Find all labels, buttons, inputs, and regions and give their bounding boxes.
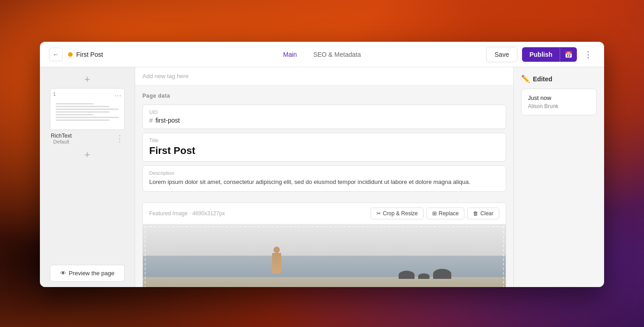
rock-2 — [418, 273, 429, 279]
uid-value: first-post — [156, 117, 180, 124]
tag-input[interactable]: Add new tag here — [142, 73, 506, 79]
beach-scene — [143, 224, 506, 287]
edit-user: Alison Brunk — [528, 103, 590, 109]
thumb-line-6 — [56, 117, 119, 118]
thumbnail-label-row: RichText Default ⋮ — [50, 133, 125, 144]
rock-1 — [399, 271, 415, 279]
thumb-line-7 — [56, 119, 109, 121]
header-right: Save Publish 📅 ⋮ — [459, 47, 595, 62]
title-field[interactable]: Title First Post — [142, 133, 506, 162]
thumb-line-1 — [56, 103, 93, 104]
post-indicator: First Post — [68, 51, 103, 58]
thumb-line-2 — [56, 106, 109, 107]
person-figure — [270, 247, 283, 278]
header: ← First Post Main SEO & Metadata Save Pu… — [40, 42, 604, 67]
featured-image-label: Featured Image · 4690x3127px — [149, 210, 225, 217]
featured-image-title: Featured Image — [149, 210, 188, 217]
save-button[interactable]: Save — [486, 47, 518, 62]
header-left: ← First Post — [49, 48, 185, 61]
left-sidebar: + 1 ⋯ — [40, 67, 135, 287]
uid-label: UID — [149, 109, 499, 115]
clear-label: Clear — [480, 210, 493, 217]
pencil-icon: ✏️ — [521, 74, 530, 83]
crop-resize-label: Crop & Resize — [383, 210, 418, 217]
thumbnail-more-icon[interactable]: ⋯ — [114, 91, 122, 100]
crop-resize-button[interactable]: ✂ Crop & Resize — [371, 208, 424, 219]
more-menu-button[interactable]: ⋮ — [581, 48, 595, 61]
add-section-top-button[interactable]: + — [83, 74, 93, 84]
uid-field[interactable]: UID # first-post — [142, 104, 506, 129]
post-name-label: First Post — [76, 51, 103, 58]
preview-page-button[interactable]: 👁 Preview the page — [50, 265, 125, 282]
publish-button[interactable]: Publish — [522, 47, 560, 62]
thumbnail-content — [50, 89, 124, 129]
main-window: ← First Post Main SEO & Metadata Save Pu… — [40, 42, 604, 287]
thumb-line-4 — [56, 111, 109, 113]
featured-image-preview — [143, 224, 506, 287]
add-section-bottom-button[interactable]: + — [83, 150, 93, 160]
thumbnail-options-button[interactable]: ⋮ — [116, 134, 124, 144]
featured-image-section: Featured Image · 4690x3127px ✂ Crop & Re… — [142, 203, 506, 287]
rock-3 — [433, 269, 451, 279]
edit-time: Just now — [528, 94, 590, 101]
right-panel: ✏️ Edited Just now Alison Brunk — [513, 67, 604, 287]
page-data-section: Page data UID # first-post Title First P… — [135, 85, 513, 203]
page-data-title: Page data — [142, 93, 506, 99]
main-content-area: Add new tag here Page data UID # first-p… — [135, 67, 513, 287]
description-field[interactable]: Description Lorem ipsum dolor sit amet, … — [142, 165, 506, 192]
status-dot — [68, 52, 73, 57]
featured-image-dimensions: · 4690x3127px — [189, 210, 225, 217]
title-label: Title — [149, 138, 499, 143]
thumbnail-lines — [56, 103, 119, 121]
title-value: First Post — [149, 145, 499, 157]
hash-icon: # — [149, 117, 153, 124]
clear-button[interactable]: 🗑 Clear — [467, 208, 499, 219]
beach-sand — [143, 277, 506, 287]
tag-bar: Add new tag here — [135, 67, 513, 85]
page-thumbnail-container: 1 ⋯ — [50, 88, 125, 144]
rocks — [399, 269, 451, 279]
featured-image-header: Featured Image · 4690x3127px ✂ Crop & Re… — [143, 203, 506, 224]
person-body — [272, 253, 281, 273]
tab-seo[interactable]: SEO & Metadata — [306, 48, 368, 61]
thumb-line-3 — [56, 109, 119, 110]
uid-value-row: # first-post — [149, 117, 499, 124]
edited-label: Edited — [533, 75, 552, 83]
replace-label: Replace — [439, 210, 459, 217]
edited-header: ✏️ Edited — [521, 74, 597, 83]
richtext-label: RichText — [51, 133, 72, 139]
default-label: Default — [51, 139, 72, 144]
thumb-line-5 — [56, 114, 93, 115]
description-value: Lorem ipsum dolor sit amet, consectetur … — [149, 178, 499, 187]
publish-calendar-button[interactable]: 📅 — [560, 47, 577, 62]
header-tabs: Main SEO & Metadata — [185, 48, 459, 61]
description-label: Description — [149, 170, 499, 176]
page-number: 1 — [53, 91, 56, 97]
clear-icon: 🗑 — [473, 210, 478, 217]
content-area: + 1 ⋯ — [40, 67, 604, 287]
page-thumbnail[interactable]: 1 ⋯ — [50, 88, 125, 130]
back-button[interactable]: ← — [49, 48, 63, 61]
preview-label: Preview the page — [69, 270, 114, 277]
tab-main[interactable]: Main — [276, 48, 304, 61]
crop-icon: ✂ — [376, 210, 381, 217]
calendar-icon: 📅 — [565, 51, 572, 58]
publish-group: Publish 📅 — [522, 47, 577, 62]
edit-card: Just now Alison Brunk — [521, 89, 597, 115]
image-actions: ✂ Crop & Resize ⊞ Replace 🗑 Clear — [371, 208, 499, 219]
person-head — [273, 247, 280, 253]
thumbnail-labels: RichText Default — [51, 133, 72, 144]
beach-water — [143, 256, 506, 277]
replace-icon: ⊞ — [432, 210, 437, 217]
preview-icon: 👁 — [60, 270, 66, 277]
replace-button[interactable]: ⊞ Replace — [426, 208, 464, 219]
